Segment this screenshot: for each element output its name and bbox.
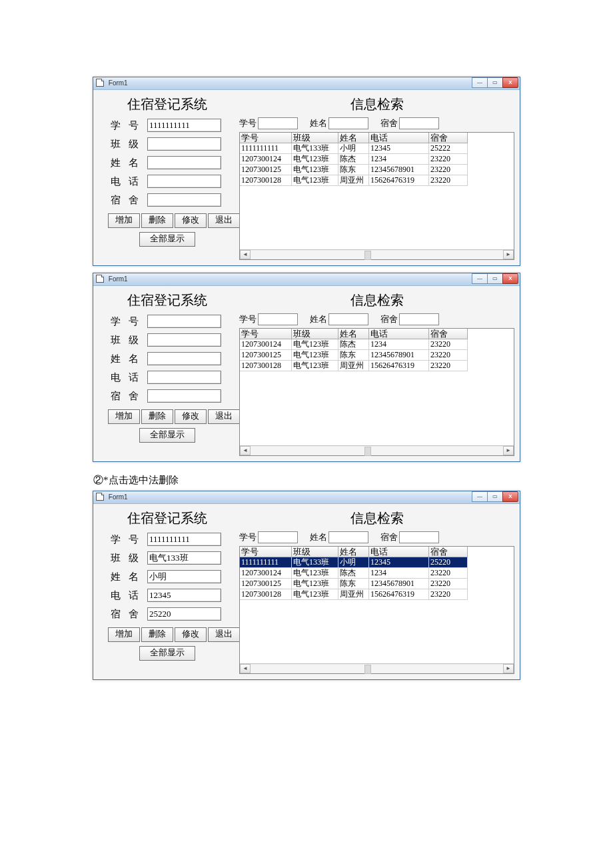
- column-header[interactable]: 电话: [369, 133, 429, 143]
- dorm-field[interactable]: 25220: [147, 607, 221, 621]
- name-field[interactable]: 小明: [147, 570, 221, 583]
- scroll-right-icon[interactable]: ►: [503, 250, 514, 259]
- exit-button[interactable]: 退出: [208, 627, 240, 642]
- column-header[interactable]: 电话: [369, 329, 429, 339]
- column-header[interactable]: 宿舍: [429, 547, 468, 557]
- add-button[interactable]: 增加: [108, 627, 140, 642]
- id-field[interactable]: 1111111111: [147, 119, 221, 132]
- maximize-button[interactable]: ▭: [487, 273, 503, 284]
- table-row[interactable]: 1207300125电气123班陈东1234567890123220: [240, 579, 514, 589]
- cell: 23220: [429, 154, 468, 165]
- del-button[interactable]: 删除: [141, 627, 173, 642]
- table-row[interactable]: 1207300128电气123班周亚州1562647631923220: [240, 589, 514, 600]
- column-header[interactable]: 姓名: [338, 133, 369, 143]
- column-header[interactable]: 电话: [369, 547, 429, 557]
- search-dorm-input[interactable]: [399, 313, 439, 325]
- cell: 1207300125: [240, 579, 292, 589]
- class-field[interactable]: [147, 333, 221, 347]
- id-field[interactable]: [147, 315, 221, 328]
- column-header[interactable]: 班级: [292, 329, 338, 339]
- id-field[interactable]: 1111111111: [147, 533, 221, 546]
- edit-button[interactable]: 修改: [175, 213, 207, 228]
- cell: 23220: [429, 175, 468, 186]
- scroll-left-icon[interactable]: ◄: [240, 250, 251, 259]
- horizontal-scrollbar[interactable]: ◄ ►: [240, 445, 514, 455]
- maximize-button[interactable]: ▭: [487, 77, 503, 88]
- search-id-label: 学号: [239, 117, 257, 129]
- column-header[interactable]: 宿舍: [429, 133, 468, 143]
- column-header[interactable]: 学号: [240, 133, 292, 143]
- table-row[interactable]: 1207300125电气123班陈东1234567890123220: [240, 165, 514, 175]
- edit-button[interactable]: 修改: [175, 627, 207, 642]
- cell: 1234: [369, 154, 429, 165]
- data-grid[interactable]: 学号班级姓名电话宿舍1111111111电气133班小明123452522012…: [239, 546, 514, 674]
- exit-button[interactable]: 退出: [208, 213, 240, 228]
- cell: 1207300128: [240, 589, 292, 600]
- cell: 15626476319: [369, 589, 429, 600]
- titlebar[interactable]: Form1 — ▭ X: [93, 273, 520, 286]
- close-button[interactable]: X: [502, 273, 518, 284]
- showall-button[interactable]: 全部显示: [139, 428, 195, 443]
- dorm-field[interactable]: [147, 389, 221, 403]
- column-header[interactable]: 学号: [240, 547, 292, 557]
- showall-button[interactable]: 全部显示: [139, 646, 195, 661]
- table-row[interactable]: 1207300128电气123班周亚州1562647631923220: [240, 361, 514, 371]
- cell: 1234: [369, 568, 429, 579]
- horizontal-scrollbar[interactable]: ◄ ►: [240, 663, 514, 673]
- search-dorm-input[interactable]: [399, 531, 439, 543]
- table-row[interactable]: 1207300124电气123班陈杰123423220: [240, 154, 514, 165]
- search-name-input[interactable]: [328, 117, 368, 129]
- phone-field[interactable]: [147, 371, 221, 384]
- column-header[interactable]: 姓名: [338, 329, 369, 339]
- add-button[interactable]: 增加: [108, 213, 140, 228]
- minimize-button[interactable]: —: [472, 77, 488, 88]
- data-grid[interactable]: 学号班级姓名电话宿舍1111111111电气133班小明123452522212…: [239, 132, 514, 260]
- del-button[interactable]: 删除: [141, 409, 173, 424]
- search-id-input[interactable]: [258, 531, 298, 543]
- cell: 陈东: [338, 165, 369, 175]
- name-field[interactable]: [147, 352, 221, 365]
- phone-field[interactable]: 12345: [147, 589, 221, 602]
- name-field[interactable]: [147, 156, 221, 169]
- column-header[interactable]: 学号: [240, 329, 292, 339]
- showall-button[interactable]: 全部显示: [139, 232, 195, 247]
- data-grid[interactable]: 学号班级姓名电话宿舍1207300124电气123班陈杰123423220120…: [239, 328, 514, 456]
- class-field[interactable]: [147, 137, 221, 151]
- minimize-button[interactable]: —: [472, 491, 488, 502]
- search-id-input[interactable]: [258, 117, 298, 129]
- edit-button[interactable]: 修改: [175, 409, 207, 424]
- cell: 12345678901: [369, 579, 429, 589]
- cell: 电气123班: [292, 175, 338, 186]
- search-dorm-label: 宿舍: [380, 117, 398, 129]
- exit-button[interactable]: 退出: [208, 409, 240, 424]
- table-row[interactable]: 1207300128电气123班周亚州1562647631923220: [240, 175, 514, 186]
- search-id-input[interactable]: [258, 313, 298, 325]
- phone-field[interactable]: [147, 175, 221, 188]
- close-button[interactable]: X: [502, 77, 518, 88]
- cell: 1111111111: [240, 143, 292, 154]
- dorm-field[interactable]: [147, 193, 221, 207]
- class-field[interactable]: 电气133班: [147, 551, 221, 565]
- del-button[interactable]: 删除: [141, 213, 173, 228]
- table-row[interactable]: 1111111111电气133班小明1234525220: [240, 557, 514, 568]
- table-row[interactable]: 1207300124电气123班陈杰123423220: [240, 339, 514, 350]
- table-row[interactable]: 1111111111电气133班小明1234525222: [240, 143, 514, 154]
- column-header[interactable]: 班级: [292, 133, 338, 143]
- search-dorm-input[interactable]: [399, 117, 439, 129]
- table-row[interactable]: 1207300124电气123班陈杰123423220: [240, 568, 514, 579]
- add-button[interactable]: 增加: [108, 409, 140, 424]
- maximize-button[interactable]: ▭: [487, 491, 503, 502]
- search-name-input[interactable]: [328, 531, 368, 543]
- table-row[interactable]: 1207300125电气123班陈东1234567890123220: [240, 350, 514, 361]
- column-header[interactable]: 宿舍: [429, 329, 468, 339]
- cell: 周亚州: [338, 361, 369, 371]
- search-name-input[interactable]: [328, 313, 368, 325]
- column-header[interactable]: 姓名: [338, 547, 369, 557]
- titlebar[interactable]: Form1 — ▭ X: [93, 491, 520, 504]
- titlebar[interactable]: Form1 — ▭ X: [93, 77, 520, 90]
- cell: 陈东: [338, 579, 369, 589]
- close-button[interactable]: X: [502, 491, 518, 502]
- minimize-button[interactable]: —: [472, 273, 488, 284]
- column-header[interactable]: 班级: [292, 547, 338, 557]
- horizontal-scrollbar[interactable]: ◄ ►: [240, 249, 514, 259]
